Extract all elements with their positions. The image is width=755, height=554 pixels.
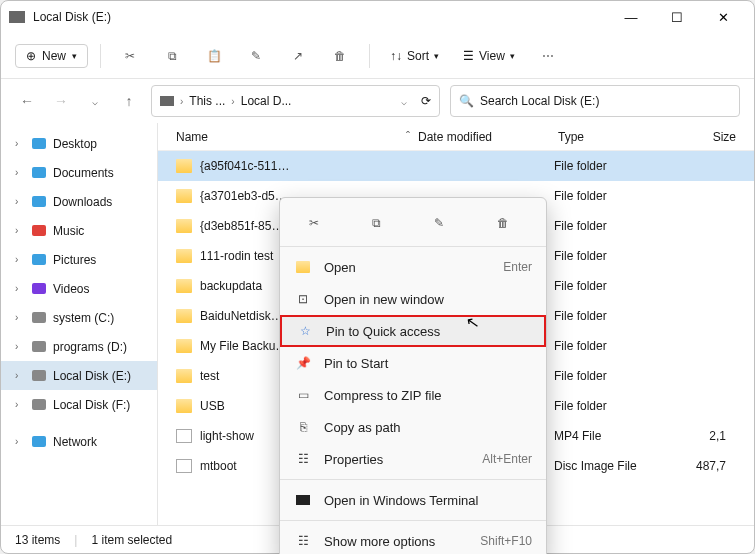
close-button[interactable]: ✕ [700,1,746,33]
window-icon: ⊡ [294,292,312,306]
sidebar-item[interactable]: ›programs (D:) [1,332,157,361]
folder-icon [176,309,192,323]
view-icon: ☰ [463,49,474,63]
chevron-right-icon: › [15,312,25,323]
share-icon[interactable]: ↗ [281,39,315,73]
folder-icon [31,339,47,355]
refresh-icon[interactable]: ⟳ [421,94,431,108]
drive-icon [160,96,174,106]
sidebar-item[interactable]: ›system (C:) [1,303,157,332]
sidebar-item[interactable]: ›Network [1,427,157,456]
sidebar-item[interactable]: ›Videos [1,274,157,303]
folder-icon [31,397,47,413]
table-row[interactable]: {a95f041c-511…File folder [158,151,754,181]
cut-icon[interactable]: ✂ [113,39,147,73]
folder-icon [31,165,47,181]
paste-icon[interactable]: 📋 [197,39,231,73]
folder-icon [176,159,192,173]
chevron-right-icon: › [15,399,25,410]
chevron-right-icon: › [15,196,25,207]
window-title: Local Disk (E:) [33,10,111,24]
pin-icon: 📌 [294,356,312,370]
forward-button[interactable]: → [49,93,73,109]
folder-icon [31,194,47,210]
rename-icon[interactable]: ✎ [434,216,454,230]
ctx-more[interactable]: ☷ Show more optionsShift+F10 [280,525,546,554]
ctx-properties[interactable]: ☷ PropertiesAlt+Enter [280,443,546,475]
chevron-right-icon: › [15,167,25,178]
ctx-zip[interactable]: ▭ Compress to ZIP file [280,379,546,411]
titlebar: Local Disk (E:) — ☐ ✕ [1,1,754,33]
new-button[interactable]: ⊕ New ▾ [15,44,88,68]
folder-icon [294,261,312,273]
folder-icon [176,399,192,413]
nav-row: ← → ⌵ ↑ › This ... › Local D... ⌵ ⟳ 🔍 Se… [1,79,754,123]
sort-icon: ↑↓ [390,49,402,63]
column-headers[interactable]: Name ˆ Date modified Type Size [158,123,754,151]
view-button[interactable]: ☰ View ▾ [455,39,523,73]
sidebar-item[interactable]: ›Desktop [1,129,157,158]
file-explorer-window: Local Disk (E:) — ☐ ✕ ⊕ New ▾ ✂ ⧉ 📋 ✎ ↗ … [0,0,755,554]
folder-icon [31,223,47,239]
ctx-pin-start[interactable]: 📌 Pin to Start [280,347,546,379]
ctx-open-new-window[interactable]: ⊡ Open in new window [280,283,546,315]
folder-icon [31,136,47,152]
chevron-down-icon: ▾ [72,51,77,61]
rename-icon[interactable]: ✎ [239,39,273,73]
ctx-open[interactable]: OpenEnter [280,251,546,283]
delete-icon[interactable]: 🗑 [323,39,357,73]
context-menu: ✂ ⧉ ✎ 🗑 OpenEnter ⊡ Open in new window ☆… [279,197,547,554]
chevron-right-icon: › [15,254,25,265]
sidebar-item[interactable]: ›Documents [1,158,157,187]
copy-icon[interactable]: ⧉ [372,216,392,230]
sidebar-item[interactable]: ›Local Disk (E:) [1,361,157,390]
chevron-right-icon: › [15,283,25,294]
star-icon: ☆ [296,324,314,338]
folder-icon [31,368,47,384]
command-bar: ⊕ New ▾ ✂ ⧉ 📋 ✎ ↗ 🗑 ↑↓ Sort ▾ ☰ View ▾ ⋯ [1,33,754,79]
folder-icon [176,249,192,263]
drive-icon [9,11,25,23]
sidebar-item[interactable]: ›Pictures [1,245,157,274]
folder-icon [31,310,47,326]
ctx-copy-path[interactable]: ⎘ Copy as path [280,411,546,443]
folder-icon [176,219,192,233]
file-icon [176,459,192,473]
minimize-button[interactable]: — [608,1,654,33]
sort-button[interactable]: ↑↓ Sort ▾ [382,39,447,73]
chevron-down-icon[interactable]: ⌵ [83,96,107,107]
folder-icon [176,369,192,383]
sidebar-item[interactable]: ›Local Disk (F:) [1,390,157,419]
copy-icon[interactable]: ⧉ [155,39,189,73]
breadcrumb[interactable]: › This ... › Local D... ⌵ ⟳ [151,85,440,117]
maximize-button[interactable]: ☐ [654,1,700,33]
search-input[interactable]: 🔍 Search Local Disk (E:) [450,85,740,117]
zip-icon: ▭ [294,388,312,402]
more-icon: ☷ [294,534,312,548]
up-button[interactable]: ↑ [117,93,141,109]
plus-icon: ⊕ [26,49,36,63]
folder-icon [31,281,47,297]
folder-icon [31,252,47,268]
chevron-right-icon: › [15,370,25,381]
delete-icon[interactable]: 🗑 [497,216,517,230]
chevron-right-icon: › [15,436,25,447]
ctx-pin-quick-access[interactable]: ☆ Pin to Quick access [280,315,546,347]
folder-icon [176,189,192,203]
terminal-icon [294,495,312,505]
folder-icon [176,339,192,353]
cut-icon[interactable]: ✂ [309,216,329,230]
more-button[interactable]: ⋯ [531,39,565,73]
folder-icon [31,434,47,450]
chevron-right-icon: › [15,225,25,236]
ctx-terminal[interactable]: Open in Windows Terminal [280,484,546,516]
file-icon [176,429,192,443]
sidebar-item[interactable]: ›Downloads [1,187,157,216]
properties-icon: ☷ [294,452,312,466]
back-button[interactable]: ← [15,93,39,109]
sidebar-item[interactable]: ›Music [1,216,157,245]
path-icon: ⎘ [294,420,312,434]
folder-icon [176,279,192,293]
chevron-right-icon: › [15,138,25,149]
chevron-right-icon: › [15,341,25,352]
